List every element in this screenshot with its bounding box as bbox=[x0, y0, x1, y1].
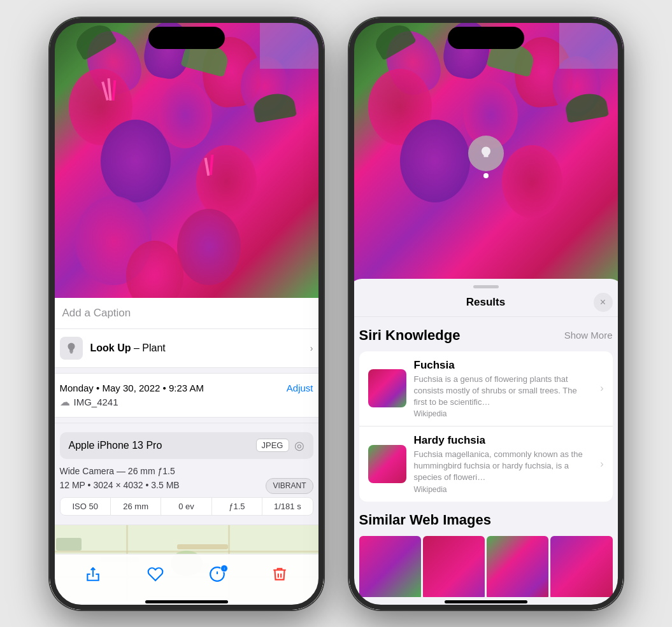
visual-lookup-dot bbox=[483, 173, 489, 178]
siri-knowledge-header: Siri Knowledge Show More bbox=[359, 327, 613, 344]
similar-section: Similar Web Images bbox=[359, 512, 613, 597]
show-more-button[interactable]: Show More bbox=[564, 330, 613, 341]
specs-row: ISO 50 26 mm 0 ev ƒ1.5 1/181 s bbox=[60, 497, 313, 516]
fuchsia-chevron-icon: › bbox=[600, 383, 603, 394]
visual-lookup-button[interactable] bbox=[468, 136, 504, 171]
hardy-fuchsia-desc: Fuchsia magellanica, commonly known as t… bbox=[414, 449, 593, 484]
fuchsia-source: Wikipedia bbox=[414, 409, 593, 418]
filename: IMG_4241 bbox=[74, 397, 118, 407]
meta-section: Monday • May 30, 2022 • 9:23 AM Adjust ☁… bbox=[50, 373, 324, 418]
spec-aperture: ƒ1.5 bbox=[212, 498, 262, 515]
home-indicator-1 bbox=[145, 600, 228, 603]
hardy-fuchsia-chevron-icon: › bbox=[600, 458, 603, 470]
device-row: Apple iPhone 13 Pro JPEG ◎ bbox=[60, 432, 313, 459]
location-icon: ◎ bbox=[294, 439, 304, 453]
similar-image-2[interactable] bbox=[423, 536, 485, 597]
info-button[interactable]: i bbox=[209, 566, 225, 582]
fuchsia-thumbnail bbox=[368, 369, 406, 407]
hardy-fuchsia-info: Hardy fuchsia Fuchsia magellanica, commo… bbox=[414, 434, 593, 494]
filename-row: ☁ IMG_4241 bbox=[60, 396, 313, 408]
siri-knowledge-title: Siri Knowledge bbox=[359, 327, 461, 344]
delete-button[interactable] bbox=[271, 566, 288, 582]
similar-title: Similar Web Images bbox=[359, 512, 613, 528]
fuchsia-desc: Fuchsia is a genus of flowering plants t… bbox=[414, 374, 593, 409]
fuchsia-info: Fuchsia Fuchsia is a genus of flowering … bbox=[414, 359, 593, 419]
hardy-fuchsia-source: Wikipedia bbox=[414, 485, 593, 494]
phones-container: Add a Caption Look Up – Plant bbox=[37, 5, 636, 623]
caption-placeholder: Add a Caption bbox=[62, 307, 131, 319]
svg-rect-9 bbox=[177, 544, 228, 549]
spec-shutter: 1/181 s bbox=[262, 498, 312, 515]
phone-1: Add a Caption Look Up – Plant bbox=[50, 18, 324, 610]
similar-images bbox=[359, 536, 613, 597]
sheet-title: Results bbox=[466, 296, 505, 309]
results-sheet: Results × Siri Knowledge Show More bbox=[349, 279, 623, 610]
spec-ev: 0 ev bbox=[161, 498, 211, 515]
similar-image-1[interactable] bbox=[359, 536, 421, 597]
knowledge-item-hardy-fuchsia[interactable]: Hardy fuchsia Fuchsia magellanica, commo… bbox=[359, 426, 613, 502]
photo-area-2 bbox=[349, 18, 623, 298]
fuchsia-name: Fuchsia bbox=[414, 359, 593, 372]
device-section: Apple iPhone 13 Pro JPEG ◎ Wide Camera —… bbox=[50, 423, 324, 526]
lookup-chevron-icon: › bbox=[310, 343, 313, 353]
sheet-content: Siri Knowledge Show More Fuchsia Fuchsia… bbox=[349, 317, 623, 597]
cloud-icon: ☁ bbox=[60, 396, 70, 408]
svg-rect-1 bbox=[70, 352, 73, 353]
format-badge: JPEG bbox=[256, 439, 289, 452]
device-badges: JPEG ◎ bbox=[256, 439, 304, 453]
close-button[interactable]: × bbox=[594, 293, 613, 312]
caption-area[interactable]: Add a Caption bbox=[50, 298, 324, 329]
adjust-button[interactable]: Adjust bbox=[287, 383, 313, 393]
sheet-header: Results × bbox=[349, 288, 623, 317]
similar-image-3[interactable] bbox=[487, 536, 548, 597]
dynamic-island-2 bbox=[448, 27, 524, 49]
photo-flowers-1 bbox=[50, 18, 324, 298]
photo-date: Monday • May 30, 2022 • 9:23 AM bbox=[60, 383, 204, 393]
hardy-fuchsia-thumbnail bbox=[368, 445, 406, 483]
knowledge-item-fuchsia[interactable]: Fuchsia Fuchsia is a genus of flowering … bbox=[359, 351, 613, 427]
screen-2: Results × Siri Knowledge Show More bbox=[349, 18, 623, 610]
lookup-icon bbox=[60, 337, 83, 360]
spec-focal: 26 mm bbox=[111, 498, 161, 515]
dynamic-island-1 bbox=[148, 27, 225, 49]
camera-specs: Wide Camera — 26 mm ƒ1.5 12 MP • 3024 × … bbox=[60, 464, 313, 493]
spec-iso: ISO 50 bbox=[61, 498, 111, 515]
svg-rect-0 bbox=[69, 351, 73, 352]
screen-1: Add a Caption Look Up – Plant bbox=[50, 18, 324, 610]
hardy-fuchsia-name: Hardy fuchsia bbox=[414, 434, 593, 447]
favorite-button[interactable] bbox=[147, 566, 164, 582]
vibrant-badge: VIBRANT bbox=[266, 478, 313, 494]
knowledge-card: Fuchsia Fuchsia is a genus of flowering … bbox=[359, 351, 613, 502]
home-indicator-2 bbox=[445, 600, 527, 603]
phone-2: Results × Siri Knowledge Show More bbox=[349, 18, 623, 610]
photo-area-1 bbox=[50, 18, 324, 298]
similar-image-4[interactable] bbox=[550, 536, 612, 597]
svg-rect-10 bbox=[56, 538, 82, 551]
device-name: Apple iPhone 13 Pro bbox=[69, 440, 162, 451]
lookup-row[interactable]: Look Up – Plant › bbox=[50, 329, 324, 368]
svg-text:i: i bbox=[224, 567, 225, 570]
share-button[interactable] bbox=[85, 566, 101, 582]
lookup-label: Look Up – Plant bbox=[90, 342, 166, 354]
